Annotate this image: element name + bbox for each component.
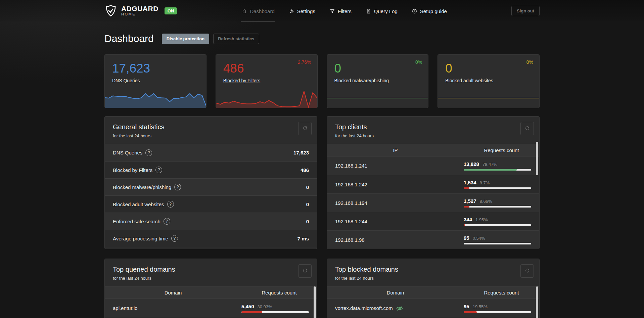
progress-bar (464, 206, 531, 208)
row-name-link[interactable]: 192.168.1.194 (335, 200, 464, 206)
general-statistics-list: DNS Queries?17,623Blocked by Filters?486… (105, 144, 317, 247)
stat-percent: 2.76% (298, 59, 311, 65)
adguard-logo[interactable]: ADGUARD HOME ON (104, 4, 177, 18)
request-count: 1,534 (464, 180, 476, 185)
refresh-statistics-button[interactable]: Refresh statistics (213, 34, 259, 44)
stats-row-value: 486 (301, 167, 309, 173)
stat-value: 17,623 (112, 61, 199, 76)
request-percent: 30.93% (258, 304, 272, 309)
stats-row-label: Blocked by Filters (113, 167, 152, 173)
requests-count-cell: 9519.55% (464, 304, 531, 313)
column-header-ip: IP (327, 147, 464, 153)
column-header-requests-count: Requests count (464, 147, 539, 153)
stat-value: 486 (223, 61, 310, 76)
table-row: 192.168.1.24113,82878.47% (327, 156, 539, 175)
stat-value: 0 (445, 61, 532, 76)
help-circle-icon[interactable]: ? (155, 167, 162, 173)
stat-card-dns-queries: 17,623DNS Queries (104, 54, 206, 108)
help-circle-icon[interactable]: ? (164, 218, 170, 225)
progress-bar (464, 224, 531, 226)
sign-out-button[interactable]: Sign out (511, 6, 540, 16)
request-percent: 8.66% (480, 199, 492, 204)
row-name-text: vortex.data.microsoft.com (335, 305, 393, 311)
progress-bar (464, 187, 531, 189)
row-name-link[interactable]: 192.168.1.98 (335, 237, 464, 243)
stats-row-label: Enforced safe search (113, 219, 160, 224)
refresh-icon-button[interactable] (520, 122, 534, 135)
nav-item-label: Filters (338, 8, 352, 14)
shield-logo-icon (104, 4, 117, 18)
requests-count-cell: 3441.95% (464, 217, 531, 226)
top-blocked-domains-panel: Top blocked domains for the last 24 hour… (327, 259, 540, 318)
stat-label[interactable]: Blocked by Filters (223, 78, 260, 83)
stats-row-blocked-adult-websites: Blocked adult websites?0 (105, 195, 317, 213)
row-name-link[interactable]: api.entur.io (113, 305, 241, 311)
request-count: 5,450 (241, 304, 254, 309)
stats-row-average-processing-time: Average processing time?7 ms (105, 230, 317, 247)
refresh-icon-button[interactable] (520, 264, 534, 278)
panel-subtitle: for the last 24 hours (113, 133, 309, 138)
help-circle-icon[interactable]: ? (167, 201, 174, 208)
scrollbar-thumb[interactable] (536, 286, 538, 318)
panel-title: Top clients (335, 123, 531, 131)
nav-item-setup-guide[interactable]: ?Setup guide (411, 1, 448, 21)
stat-label: Blocked adult websites (445, 78, 493, 83)
top-clients-rows: 192.168.1.24113,82878.47%192.168.1.2421,… (327, 156, 539, 249)
stat-sparkline-chart (438, 88, 539, 108)
table-row: api.entur.io5,45030.93% (105, 299, 317, 317)
help-circle-icon[interactable]: ? (145, 149, 152, 156)
nav-item-filters[interactable]: Filters (329, 1, 352, 21)
panel-subtitle: for the last 24 hours (335, 276, 531, 281)
column-header-domain: Domain (327, 290, 464, 296)
gear-icon (289, 8, 294, 14)
request-percent: 8.7% (480, 180, 490, 185)
brand-subtitle: HOME (121, 12, 158, 16)
nav-item-label: Settings (297, 8, 315, 14)
top-clients-panel: Top clients for the last 24 hours IP Req… (327, 116, 540, 249)
stats-row-value: 7 ms (297, 236, 309, 241)
nav-item-label: Query Log (374, 8, 398, 14)
stat-sparkline-chart (327, 88, 428, 108)
request-count: 95 (464, 304, 469, 309)
disable-protection-button[interactable]: Disable protection (162, 34, 209, 44)
nav-item-dashboard[interactable]: Dashboard (241, 1, 275, 21)
nav-item-settings[interactable]: Settings (288, 1, 316, 21)
scrollbar-thumb[interactable] (314, 286, 316, 318)
stats-row-label: Blocked adult websites (113, 201, 164, 207)
help-circle-icon[interactable]: ? (174, 184, 181, 190)
help-icon: ? (412, 8, 417, 14)
request-count: 95 (464, 235, 469, 241)
row-name-link[interactable]: 192.168.1.241 (335, 163, 464, 169)
stats-row-enforced-safe-search: Enforced safe search?0 (105, 213, 317, 230)
stat-card-blocked-by-filters: 486Blocked by Filters2.76% (216, 54, 318, 108)
table-row: 192.168.1.98950.54% (327, 230, 539, 249)
row-name-text: 192.168.1.98 (335, 237, 365, 243)
scrollbar-thumb[interactable] (536, 142, 538, 175)
row-name-link[interactable]: 192.168.1.242 (335, 182, 464, 187)
requests-count-cell: 13,82878.47% (464, 161, 531, 171)
stats-row-blocked-by-filters: Blocked by Filters?486 (105, 161, 317, 178)
document-icon (366, 8, 371, 14)
column-header-domain: Domain (105, 290, 241, 296)
stats-row-value: 0 (306, 219, 309, 224)
row-name-link[interactable]: vortex.data.microsoft.com (335, 305, 464, 312)
nav-item-query-log[interactable]: Query Log (365, 1, 398, 21)
top-blocked-domains-table: Domain Requests count vortex.data.micros… (327, 286, 539, 317)
help-circle-icon[interactable]: ? (171, 235, 178, 242)
brand-name: ADGUARD (121, 5, 158, 12)
progress-bar (464, 243, 531, 244)
panel-subtitle: for the last 24 hours (335, 133, 531, 138)
nav-item-label: Setup guide (420, 8, 447, 14)
requests-count-cell: 1,5348.7% (464, 180, 531, 189)
refresh-icon-button[interactable] (298, 264, 312, 278)
progress-bar (464, 169, 531, 171)
panel-title: Top queried domains (113, 266, 309, 273)
top-nav-bar: ADGUARD HOME ON DashboardSettingsFilters… (0, 0, 644, 21)
refresh-icon-button[interactable] (298, 122, 312, 135)
row-name-link[interactable]: 192.168.1.244 (335, 219, 464, 224)
stat-sparkline-chart (216, 88, 317, 108)
top-queried-domains-panel: Top queried domains for the last 24 hour… (104, 259, 317, 318)
row-name-text: api.entur.io (113, 305, 137, 311)
stats-row-blocked-malware-phishing: Blocked malware/phishing?0 (105, 178, 317, 195)
page-title: Dashboard (104, 33, 154, 44)
